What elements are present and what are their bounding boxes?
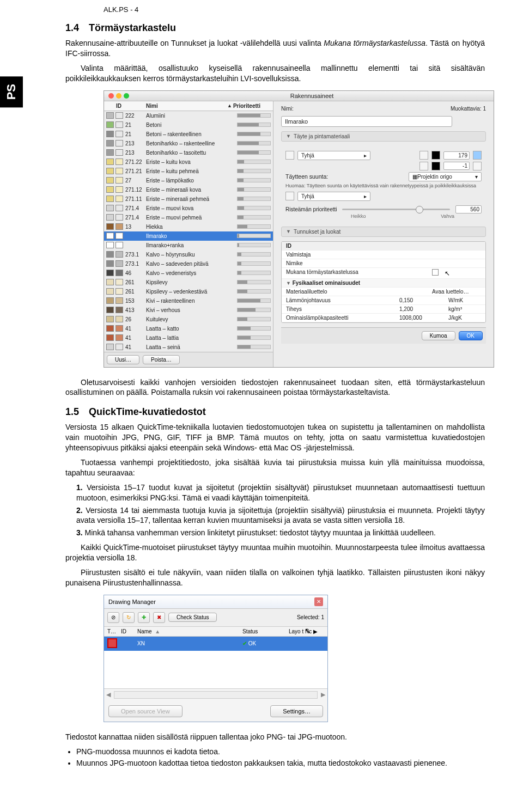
swatch-icon: [106, 177, 114, 184]
dm-col-layout[interactable]: Layo t Nc ▶↖: [289, 628, 324, 634]
col-id[interactable]: ID: [116, 103, 146, 109]
material-row[interactable]: 27Eriste – lämpökatko: [104, 176, 273, 185]
mat-prio: [237, 243, 271, 247]
value-179[interactable]: 179: [443, 151, 470, 160]
bg-swatch[interactable]: [473, 162, 482, 170]
material-row[interactable]: 273.1Kalvo – sadeveden pitävä: [104, 259, 273, 268]
color-swatch-1[interactable]: [431, 151, 440, 160]
swatch-icon: [106, 279, 114, 285]
dm-row-selected[interactable]: XN ✔ OK: [104, 637, 327, 651]
material-row[interactable]: 153Kivi – rakenteellinen: [104, 296, 273, 306]
col-name[interactable]: Nimi: [146, 103, 227, 109]
mat-prio: [237, 280, 271, 284]
dm-col-status[interactable]: Status: [242, 628, 289, 634]
material-row[interactable]: 213Betoniharkko – rakenteelline: [104, 139, 273, 148]
section-tunnukset[interactable]: ▼Tunnukset ja luokat: [281, 227, 486, 237]
material-row[interactable]: 271.22Eriste – kuitu kova: [104, 157, 273, 167]
color-swatch-2[interactable]: [473, 151, 482, 160]
remove-icon[interactable]: ✖: [153, 612, 165, 623]
materials-list[interactable]: 222Alumiini21Betoni21Betoni – rakenteell…: [104, 111, 273, 352]
material-row[interactable]: 41Laatta – katto: [104, 324, 273, 333]
material-row[interactable]: Ilmarako: [104, 231, 273, 241]
material-row[interactable]: Ilmarako+ranka: [104, 241, 273, 250]
material-row[interactable]: 271.12Eriste – mineraali kova: [104, 185, 273, 194]
close-icon[interactable]: [108, 93, 114, 99]
material-row[interactable]: 41Laatta – lattia: [104, 333, 273, 343]
collision-checkbox[interactable]: [432, 269, 439, 276]
swatch-icon: [106, 270, 114, 276]
material-row[interactable]: 41Laatta – seinä: [104, 343, 273, 352]
swatch2-icon: [115, 140, 123, 146]
prop-tiheys-v[interactable]: 1,200: [399, 306, 448, 312]
prop-matl-v[interactable]: Avaa luettelo…: [432, 289, 481, 295]
pen-icon[interactable]: [419, 151, 428, 160]
close-icon[interactable]: ✕: [314, 597, 323, 606]
material-row[interactable]: 261Kipsilevy – vedenkestävä: [104, 287, 273, 296]
dm-scrollbar[interactable]: ◀▶: [104, 689, 327, 701]
mat-id: 46: [125, 270, 146, 276]
material-row[interactable]: 26Kuitulevy: [104, 315, 273, 324]
material-row[interactable]: 21Betoni – rakenteellinen: [104, 130, 273, 139]
material-row[interactable]: 213Betoniharkko – tasoitettu: [104, 148, 273, 157]
minimize-icon[interactable]: [116, 93, 121, 99]
zoom-icon[interactable]: [124, 93, 129, 99]
name-input[interactable]: Ilmarako: [281, 116, 452, 127]
settings-button[interactable]: Settings…: [270, 705, 323, 717]
dm-col-t[interactable]: T…: [107, 628, 121, 634]
kumoa-button[interactable]: Kumoa: [422, 331, 455, 340]
ok-button[interactable]: OK: [459, 331, 483, 340]
material-row[interactable]: 46Kalvo – vedeneristys: [104, 268, 273, 278]
refresh-icon[interactable]: ↻: [123, 612, 135, 623]
fill-dropdown[interactable]: Tyhjä▸: [297, 151, 370, 160]
swatch-icon: [106, 140, 114, 146]
material-row[interactable]: 273.1Kalvo – höyrynsulku: [104, 250, 273, 259]
mat-id: 222: [125, 113, 146, 119]
add-icon[interactable]: ✚: [138, 612, 150, 623]
pen2-icon[interactable]: [419, 162, 428, 170]
materials-list-panel: ID Nimi ▲Prioriteetti 222Alumiini21Beton…: [104, 101, 273, 367]
dm-col-name[interactable]: Name ▲: [137, 628, 242, 634]
surface-dropdown[interactable]: Tyhjä▸: [297, 192, 370, 201]
prop-tiheys-u: kg/m³: [448, 306, 481, 312]
priority-slider[interactable]: [342, 209, 450, 210]
delete-button[interactable]: Poista…: [143, 355, 180, 364]
check-status-button[interactable]: Check Status: [168, 613, 217, 622]
heikko-label: Heikko: [351, 213, 366, 219]
swatch-icon: [106, 186, 114, 193]
material-row[interactable]: 271.4Eriste – muovi pehmeä: [104, 213, 273, 222]
material-row[interactable]: 21Betoni: [104, 120, 273, 130]
open-source-button[interactable]: Open source View: [108, 705, 183, 717]
material-row[interactable]: 13Hiekka: [104, 222, 273, 231]
swatch2-icon: [115, 131, 123, 137]
slider-thumb[interactable]: [416, 206, 423, 213]
swatch-icon: [106, 260, 114, 267]
fill-icon[interactable]: [285, 151, 294, 160]
value-neg1[interactable]: -1: [443, 162, 470, 170]
swatch2-icon: [115, 158, 123, 165]
origo-dropdown[interactable]: ▦ Projektin origo▾: [409, 172, 482, 181]
dm-col-id[interactable]: ID: [121, 628, 137, 634]
color-swatch-3[interactable]: [431, 162, 440, 170]
mat-id: 41: [125, 344, 146, 350]
material-row[interactable]: 413Kivi – verhous: [104, 306, 273, 315]
mat-id: 21: [125, 122, 146, 128]
prop-omin-v[interactable]: 1008,000: [399, 315, 448, 321]
dm-title-text: Drawing Manager: [108, 599, 156, 605]
material-row[interactable]: 271.21Eriste – kuitu pehmeä: [104, 167, 273, 176]
surface-icon[interactable]: [285, 192, 294, 200]
col-priority[interactable]: ▲Prioriteetti: [227, 103, 271, 109]
prop-lammon-v[interactable]: 0,150: [399, 297, 448, 303]
priority-value[interactable]: 560: [455, 205, 482, 213]
material-row[interactable]: 271.11Eriste – mineraali pehmeä: [104, 194, 273, 204]
section-tayte[interactable]: ▼Täyte ja pintamateriaali: [281, 131, 486, 142]
link-icon[interactable]: ⊘: [107, 612, 119, 623]
mat-id: 271.12: [125, 187, 146, 193]
prop-lammon: Lämmönjohtavuus: [286, 297, 399, 303]
material-row[interactable]: 261Kipsilevy: [104, 278, 273, 287]
mat-prio: [237, 335, 271, 340]
material-row[interactable]: 222Alumiini: [104, 111, 273, 120]
material-row[interactable]: 271.4Eriste – muovi kova: [104, 204, 273, 213]
new-button[interactable]: Uusi…: [107, 355, 139, 364]
section-1-4-para2: Valinta määrittää, osallistuuko kyseisel…: [65, 63, 485, 84]
s15-p4: Piirustusten sisältö ei tule näkyviin, v…: [65, 567, 485, 588]
